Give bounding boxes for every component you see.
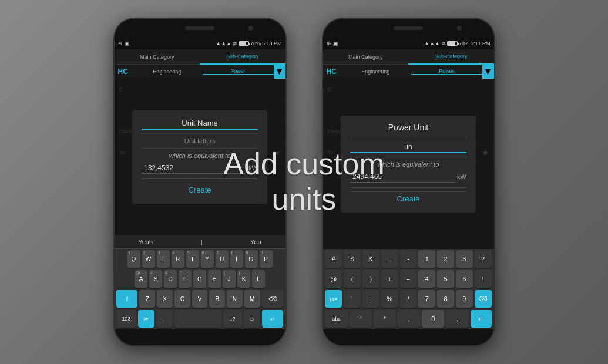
key-colon[interactable]: : [362,290,379,308]
key-e[interactable]: 3E [157,250,170,268]
key-backspace[interactable]: ⌫ [262,290,283,308]
collapse-btn-2[interactable]: ▼ [482,65,494,79]
suggestion-cursor: | [201,238,203,245]
key-period[interactable]: . [446,310,468,328]
key-rparen[interactable]: ) [362,270,379,288]
key-comma[interactable]: , [156,310,173,328]
key-equals[interactable]: = [400,270,417,288]
key-emoji[interactable]: ☺ [244,310,260,328]
modal-letters-label: Unit letters [142,137,258,144]
key-special[interactable]: {&= [325,290,342,308]
key-l[interactable]: L [252,270,265,288]
phone-1-top [115,19,285,38]
key-x[interactable]: X [157,290,173,308]
sub-tab-engineering-2[interactable]: Engineering [340,69,411,75]
sub-tab-power-2[interactable]: Power [411,68,482,75]
key-b[interactable]: B [209,290,225,308]
key-hash[interactable]: # [325,250,342,268]
phone-1-status-bar: ⊕ ▣ ▲▲▲ ≋ 78% 5:10 PM [115,38,285,49]
nav-tab-main-2[interactable]: Main Category [323,49,409,65]
key-7[interactable]: 7 [418,290,435,308]
key-z[interactable]: Z [139,290,155,308]
key-enter-2[interactable]: ↵ [471,310,492,328]
collapse-btn-1[interactable]: ▼ [274,65,285,79]
key-m[interactable]: M [244,290,260,308]
key-o[interactable]: 9O [245,250,258,268]
key-2[interactable]: 2 [437,250,454,268]
key-y[interactable]: 6Y [201,250,214,268]
suggestion-yeah[interactable]: Yeah [138,238,153,245]
phone-1-keyboard: Yeah | You 1Q 2W 3E 4R 5T 6Y 7U 8I 9O 0P [115,235,285,329]
key-t[interactable]: 5T [186,250,199,268]
key-question[interactable]: ? [475,250,492,268]
key-v[interactable]: V [192,290,208,308]
key-9[interactable]: 9 [456,290,473,308]
key-slash[interactable]: / [400,290,417,308]
key-h[interactable]: H [208,270,221,288]
key-g[interactable]: G [193,270,206,288]
key-backspace-2[interactable]: ⌫ [475,290,492,308]
key-apostrophe[interactable]: ' [344,290,361,308]
key-d[interactable]: &D [164,270,177,288]
center-text: Add custom units [223,147,385,217]
key-r[interactable]: 4R [172,250,184,268]
key-underscore[interactable]: _ [381,250,398,268]
key-5[interactable]: 5 [437,270,454,288]
key-p[interactable]: 0P [260,250,273,268]
key-asterisk[interactable]: * [374,310,396,328]
key-k[interactable]: )K [237,270,250,288]
key-dotqmark[interactable]: ,.? [223,310,242,328]
key-i[interactable]: 8I [230,250,243,268]
phone-2-status-bar: ⊕ ▣ ▲▲▲ ≋ 78% 5:11 PM [323,38,494,49]
clock-2: 5:11 PM [471,41,491,46]
key-enter[interactable]: ↵ [262,310,283,328]
key-shift[interactable]: ⇧ [116,290,137,308]
notification-icon: ▣ [125,41,130,46]
phone-2-nav-bar: Main Category Sub-Category [323,49,494,65]
key-lparen[interactable]: ( [344,270,361,288]
unit-name-input[interactable] [142,117,258,130]
key-123[interactable]: 123 [117,310,136,328]
sub-tab-engineering-1[interactable]: Engineering [132,69,203,75]
kb-num-row-2: @ ( ) + = 4 5 6 ! [323,269,494,289]
key-s[interactable]: #S [149,270,162,288]
sub-tab-power-1[interactable]: Power [203,68,274,75]
key-w[interactable]: 2W [142,250,155,268]
key-swift[interactable]: ≫ [138,310,154,328]
modal-divider-1 [142,133,258,134]
key-abc[interactable]: abc [325,310,347,328]
key-u[interactable]: 7U [216,250,229,268]
battery-percent: 78% [250,41,261,46]
key-percent[interactable]: % [381,290,398,308]
key-space[interactable] [174,310,221,328]
key-3[interactable]: 3 [456,250,473,268]
key-6[interactable]: 6 [456,270,473,288]
key-j[interactable]: (J [223,270,236,288]
key-amp[interactable]: & [362,250,379,268]
status-right-info: ▲▲▲ ≋ 78% 5:10 PM [216,41,281,46]
key-at[interactable]: @ [325,270,342,288]
nav-tab-sub[interactable]: Sub-Category [200,49,285,65]
key-8[interactable]: 8 [437,290,454,308]
kb-num-row-3: {&= ' : % / 7 8 9 ⌫ [323,289,494,309]
suggestion-you[interactable]: You [250,238,261,245]
key-dollar[interactable]: $ [344,250,361,268]
phone-1-speaker [185,26,214,30]
phone-2-camera [457,26,462,31]
key-q[interactable]: 1Q [127,250,140,268]
key-c[interactable]: C [174,290,190,308]
key-dash[interactable]: - [400,250,417,268]
key-a[interactable]: @A [135,270,147,288]
key-quote[interactable]: " [350,310,372,328]
key-comma-num[interactable]: , [398,310,420,328]
key-1[interactable]: 1 [418,250,435,268]
key-f[interactable]: *F [179,270,192,288]
key-0[interactable]: 0 [422,310,444,328]
key-n[interactable]: N [227,290,243,308]
key-4[interactable]: 4 [418,270,435,288]
key-exclaim[interactable]: ! [475,270,492,288]
hc-logo-1: HC [115,68,132,76]
nav-tab-sub-2[interactable]: Sub-Category [408,49,494,65]
nav-tab-main[interactable]: Main Category [115,49,200,65]
key-plus[interactable]: + [381,270,398,288]
